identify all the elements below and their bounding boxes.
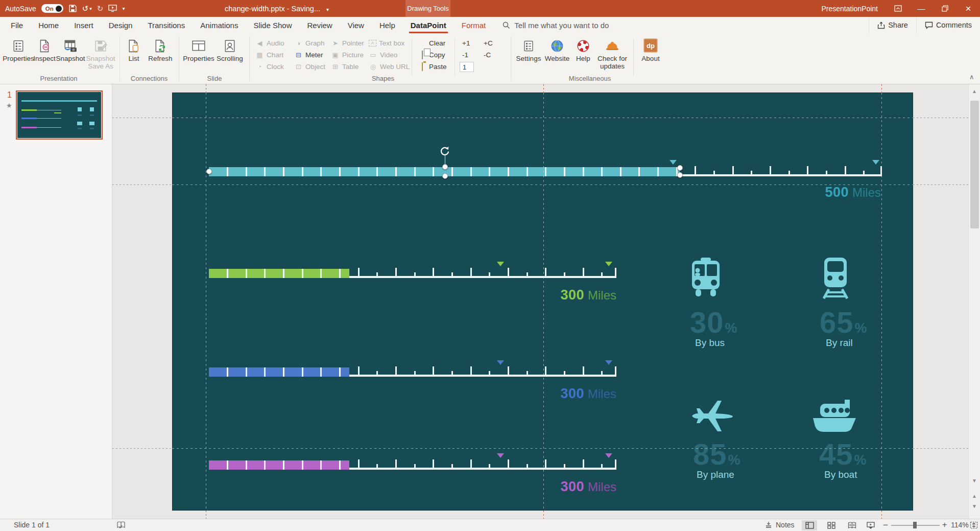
stat-boat[interactable]: 45% By boat (811, 400, 858, 432)
share-button[interactable]: Share (869, 17, 916, 33)
ribbon-button-graph[interactable]: ◑Graph (294, 37, 325, 49)
ribbon-button-check-updates[interactable]: Check for updates (594, 36, 630, 73)
slide-thumbnail[interactable] (16, 90, 103, 140)
ribbon-button-list[interactable]: List (123, 36, 145, 73)
tab-view[interactable]: View (340, 17, 372, 33)
stat-bus[interactable]: 30% By bus (690, 258, 722, 302)
meter-shape-500-miles[interactable] (209, 166, 882, 176)
count-input[interactable] (460, 62, 474, 72)
tab-animations[interactable]: Animations (193, 17, 246, 33)
resize-handle-bottom[interactable] (442, 173, 448, 179)
ribbon-button-minusC[interactable]: -C (484, 49, 491, 60)
horizontal-guide-3[interactable] (172, 448, 913, 449)
meter-shape-300-miles-rail[interactable] (209, 366, 616, 377)
meter-shape-300-miles-bus[interactable] (209, 268, 616, 278)
tellme-search[interactable]: Tell me what you want to do (503, 17, 609, 33)
resize-handle-right-bottom[interactable] (677, 172, 683, 178)
ribbon-button-table[interactable]: ⊞Table (331, 61, 358, 72)
minimize-button[interactable]: — (910, 0, 933, 17)
ribbon-button-picture[interactable]: ▣Picture (331, 49, 364, 60)
tab-slideshow[interactable]: Slide Show (246, 17, 299, 33)
previous-slide-icon[interactable]: ▲ (969, 493, 980, 499)
ribbon-button-refresh[interactable]: Refresh (145, 36, 176, 73)
save-icon[interactable] (68, 4, 77, 13)
resize-handle-top[interactable] (442, 164, 448, 170)
ribbon-button-meter[interactable]: ⊟Meter (294, 49, 323, 60)
scroll-up-icon[interactable]: ▲ (969, 88, 980, 94)
ribbon-button-copy[interactable]: Copy (418, 49, 445, 60)
ribbon-button-chart[interactable]: ▦Chart (255, 49, 283, 60)
ribbon-button-plus1[interactable]: +1 (462, 37, 470, 49)
restore-button[interactable] (933, 0, 957, 17)
ribbon-button-clear[interactable]: Clear (418, 37, 445, 49)
ribbon-button-minus1[interactable]: -1 (462, 49, 468, 60)
zoom-in-button[interactable]: + (942, 520, 947, 529)
ribbon-button-scrolling[interactable]: Scrolling (214, 36, 245, 73)
ribbon-button-paste[interactable]: Paste (418, 61, 447, 72)
ribbon-button-about[interactable]: dp About (637, 36, 664, 73)
zoom-out-button[interactable]: − (883, 520, 888, 530)
tab-review[interactable]: Review (299, 17, 340, 33)
ribbon-button-settings[interactable]: Settings (515, 36, 542, 73)
horizontal-guide-1[interactable] (172, 118, 913, 118)
fit-slide-to-window-icon[interactable] (970, 521, 978, 529)
ribbon-button-snapshot[interactable]: Snapshot (56, 36, 85, 73)
scroll-down-icon[interactable]: ▼ (969, 478, 980, 483)
zoom-slider-thumb[interactable] (913, 522, 917, 528)
tab-format[interactable]: Format (454, 17, 494, 33)
ribbon-button-clock[interactable]: ◔Clock (255, 61, 284, 72)
scrollbar-thumb[interactable] (970, 101, 979, 228)
redo-button[interactable]: ↻ (97, 4, 104, 13)
start-slideshow-icon[interactable] (108, 5, 117, 12)
ribbon-display-options-icon[interactable] (886, 0, 910, 17)
resize-handle-right-top[interactable] (677, 165, 683, 171)
zoom-level[interactable]: 114% (951, 521, 969, 529)
tab-insert[interactable]: Insert (66, 17, 101, 33)
notes-button[interactable]: Notes (765, 521, 795, 529)
stat-plane[interactable]: 85% By plane (690, 399, 734, 433)
customize-qat-icon[interactable]: ▾ (122, 6, 125, 11)
ribbon-button-inspect[interactable]: Inspect (32, 36, 57, 73)
tab-help[interactable]: Help (372, 17, 403, 33)
ribbon-button-plusC[interactable]: +C (484, 37, 493, 49)
slide-sorter-view-button[interactable] (824, 520, 839, 530)
autosave-toggle[interactable]: On (41, 4, 63, 13)
slide-thumbnail-panel[interactable]: 1 ★ (0, 84, 112, 519)
comments-button[interactable]: Comments (916, 17, 980, 33)
title-dropdown-icon[interactable]: ▾ (326, 7, 329, 12)
reading-view-button[interactable] (844, 520, 859, 530)
ribbon-button-website[interactable]: Website (542, 36, 572, 73)
horizontal-guide-2[interactable] (172, 184, 913, 185)
resize-handle-left[interactable] (206, 169, 212, 174)
spellcheck-icon[interactable] (116, 521, 126, 529)
normal-view-button[interactable] (802, 520, 817, 530)
close-button[interactable]: × (957, 0, 980, 17)
ribbon-button-properties-slide[interactable]: Properties (183, 36, 214, 73)
collapse-ribbon-icon[interactable]: ∧ (969, 73, 974, 81)
ribbon-button-properties-presentation[interactable]: Properties (4, 36, 33, 73)
meter-shape-300-miles-plane[interactable] (209, 459, 616, 470)
window-controls: — × (886, 0, 980, 17)
ribbon-button-pointer[interactable]: ➤Pointer (331, 37, 364, 49)
ribbon-button-weburl[interactable]: ◎Web URL (369, 61, 410, 72)
vertical-scrollbar[interactable]: ▲ ▼ ▲ ▼ (968, 84, 980, 519)
ribbon-button-textbox[interactable]: AText box (369, 37, 404, 49)
document-title: change-width.pptx - Saving... (225, 5, 320, 13)
ribbon-button-object[interactable]: ⊡Object (294, 61, 325, 72)
stat-rail[interactable]: 65% By rail (820, 258, 851, 302)
animation-star-icon: ★ (6, 102, 12, 109)
slideshow-view-button[interactable] (863, 520, 878, 530)
ribbon-button-audio[interactable]: ◀Audio (255, 37, 284, 49)
tab-home[interactable]: Home (31, 17, 66, 33)
tab-design[interactable]: Design (101, 17, 140, 33)
rotation-handle[interactable] (440, 146, 450, 156)
tab-file[interactable]: File (3, 17, 31, 33)
ribbon-button-help[interactable]: Help (572, 36, 594, 73)
tab-datapoint[interactable]: DataPoint (403, 17, 454, 33)
next-slide-icon[interactable]: ▼ (969, 503, 980, 509)
ribbon-button-snapshot-save-as[interactable]: Snapshot Save As (85, 36, 116, 73)
ribbon-button-video[interactable]: ▭Video (369, 49, 397, 60)
undo-button[interactable]: ↺▾ (82, 4, 92, 13)
tab-transitions[interactable]: Transitions (140, 17, 193, 33)
slide-indicator[interactable]: Slide 1 of 1 (14, 521, 50, 529)
